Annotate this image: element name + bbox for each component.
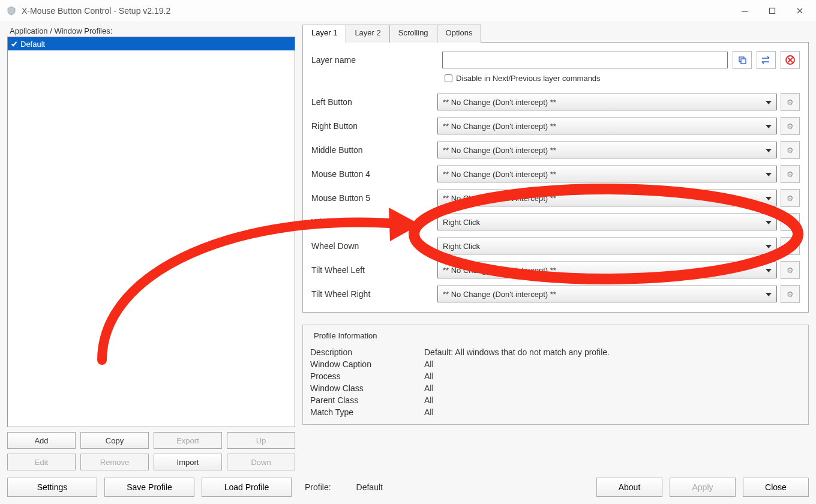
- swap-layer-icon[interactable]: [757, 51, 776, 69]
- profile-info-box: Profile Information DescriptionDefault: …: [302, 325, 809, 425]
- info-match-v: All: [424, 407, 434, 417]
- bottom-profile-value: Default: [356, 482, 383, 492]
- reset-layer-icon[interactable]: [781, 51, 800, 69]
- middle-button-combo[interactable]: ** No Change (Don't intercept) **: [437, 142, 777, 158]
- layer1-panel: Layer name Disable in Next/Previous laye…: [302, 43, 809, 313]
- info-caption-v: All: [424, 359, 434, 369]
- gear-icon[interactable]: ⚙: [781, 261, 800, 279]
- mouse-button-5-combo[interactable]: ** No Change (Don't intercept) **: [437, 190, 777, 206]
- info-description-k: Description: [310, 347, 424, 357]
- mouse-button-5-label: Mouse Button 5: [311, 193, 437, 203]
- window-title: X-Mouse Button Control - Setup v2.19.2: [22, 6, 731, 16]
- svg-rect-0: [742, 11, 748, 12]
- close-button-bottom[interactable]: Close: [743, 478, 809, 497]
- up-button[interactable]: Up: [227, 432, 295, 449]
- remove-button[interactable]: Remove: [80, 454, 149, 470]
- wheel-up-combo[interactable]: Right Click: [437, 214, 777, 230]
- bottom-profile-label: Profile:: [305, 482, 331, 492]
- info-caption-k: Window Caption: [310, 359, 424, 369]
- app-icon: [6, 5, 17, 16]
- profile-item-label: Default: [20, 40, 45, 49]
- profile-checkbox[interactable]: [10, 40, 18, 48]
- right-button-label: Right Button: [311, 121, 437, 131]
- bottom-bar: Settings Save Profile Load Profile Profi…: [7, 478, 809, 497]
- add-button[interactable]: Add: [7, 432, 76, 449]
- right-button-combo[interactable]: ** No Change (Don't intercept) **: [437, 118, 777, 134]
- profiles-list[interactable]: Default: [7, 37, 295, 427]
- gear-icon[interactable]: ⚙: [781, 93, 800, 111]
- copy-button[interactable]: Copy: [80, 432, 149, 449]
- app-window: X-Mouse Button Control - Setup v2.19.2 A…: [0, 0, 816, 504]
- wheel-down-combo[interactable]: Right Click: [437, 238, 777, 254]
- tab-options[interactable]: Options: [437, 25, 482, 43]
- tabs: Layer 1 Layer 2 Scrolling Options: [302, 24, 809, 43]
- maximize-button[interactable]: [758, 0, 786, 22]
- tilt-left-combo[interactable]: ** No Change (Don't intercept) **: [437, 262, 777, 278]
- profiles-label: Application / Window Profiles:: [10, 26, 295, 35]
- info-description-v: Default: All windows that do not match a…: [424, 347, 610, 357]
- save-profile-button[interactable]: Save Profile: [104, 478, 194, 497]
- info-parent-v: All: [424, 395, 434, 405]
- titlebar: X-Mouse Button Control - Setup v2.19.2: [0, 0, 816, 22]
- gear-icon[interactable]: ⚙: [781, 285, 800, 303]
- about-button[interactable]: About: [596, 478, 662, 497]
- close-button[interactable]: [786, 0, 814, 22]
- left-button-combo[interactable]: ** No Change (Don't intercept) **: [437, 94, 777, 110]
- down-button[interactable]: Down: [227, 454, 295, 470]
- info-process-k: Process: [310, 371, 424, 381]
- copy-layer-icon[interactable]: [733, 51, 752, 69]
- disable-next-prev-label: Disable in Next/Previous layer commands: [456, 74, 601, 83]
- info-parent-k: Parent Class: [310, 395, 424, 405]
- info-match-k: Match Type: [310, 407, 424, 417]
- gear-icon[interactable]: ⚙: [781, 213, 800, 231]
- info-process-v: All: [424, 371, 434, 381]
- minimize-button[interactable]: [731, 0, 758, 22]
- svg-rect-3: [741, 59, 746, 64]
- wheel-down-label: Wheel Down: [311, 241, 437, 251]
- tab-layer1[interactable]: Layer 1: [302, 25, 346, 43]
- gear-icon[interactable]: ⚙: [781, 237, 800, 255]
- info-class-v: All: [424, 383, 434, 393]
- layer-name-label: Layer name: [311, 55, 437, 65]
- tilt-right-label: Tilt Wheel Right: [311, 289, 437, 299]
- tab-scrolling[interactable]: Scrolling: [389, 25, 437, 43]
- info-class-k: Window Class: [310, 383, 424, 393]
- import-button[interactable]: Import: [154, 454, 222, 470]
- svg-rect-1: [770, 8, 775, 14]
- gear-icon[interactable]: ⚙: [781, 117, 800, 135]
- apply-button[interactable]: Apply: [670, 478, 736, 497]
- tilt-right-combo[interactable]: ** No Change (Don't intercept) **: [437, 286, 777, 302]
- edit-button[interactable]: Edit: [7, 454, 76, 470]
- load-profile-button[interactable]: Load Profile: [202, 478, 292, 497]
- wheel-up-label: Wheel Up: [311, 217, 437, 227]
- disable-next-prev-checkbox[interactable]: [445, 74, 452, 82]
- left-button-label: Left Button: [311, 97, 437, 107]
- gear-icon[interactable]: ⚙: [781, 189, 800, 207]
- middle-button-label: Middle Button: [311, 145, 437, 155]
- profile-info-legend: Profile Information: [311, 331, 380, 340]
- gear-icon[interactable]: ⚙: [781, 165, 800, 183]
- tilt-left-label: Tilt Wheel Left: [311, 265, 437, 275]
- mouse-button-4-label: Mouse Button 4: [311, 169, 437, 179]
- mouse-button-4-combo[interactable]: ** No Change (Don't intercept) **: [437, 166, 777, 182]
- tab-layer2[interactable]: Layer 2: [346, 25, 389, 43]
- layer-name-input[interactable]: [442, 52, 728, 68]
- settings-button[interactable]: Settings: [7, 478, 97, 497]
- gear-icon[interactable]: ⚙: [781, 141, 800, 159]
- profile-item-default[interactable]: Default: [8, 37, 295, 50]
- export-button[interactable]: Export: [154, 432, 222, 449]
